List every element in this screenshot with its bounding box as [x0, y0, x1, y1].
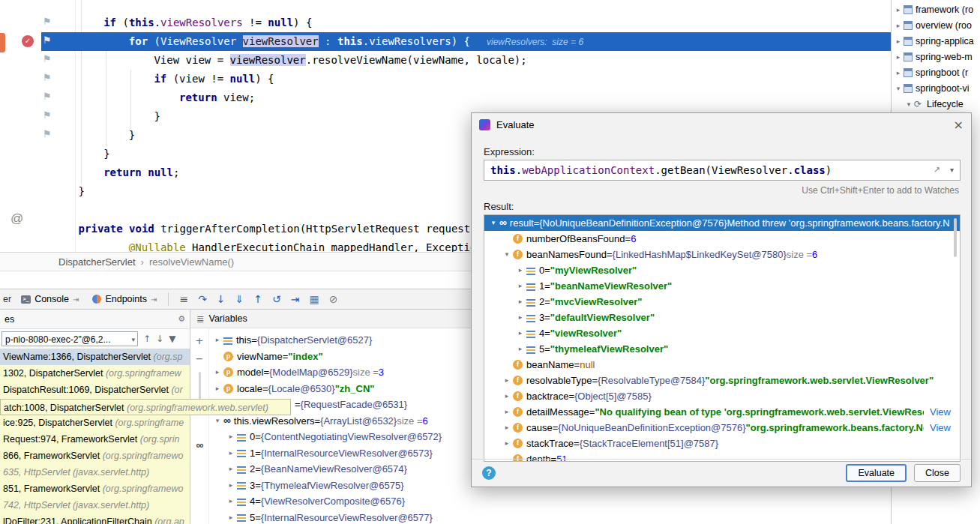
- layout-icon[interactable]: ≣: [196, 313, 204, 325]
- chevron-right-icon[interactable]: ▸: [501, 373, 513, 388]
- code-line[interactable]: if (this.viewResolvers != null) {: [41, 13, 891, 32]
- bookmark-flag-icon[interactable]: ⚑: [43, 16, 52, 27]
- remove-watch-button[interactable]: −: [190, 353, 208, 364]
- stack-frame-overlay[interactable]: atch:1008, DispatcherServlet (org.spring…: [0, 399, 291, 415]
- chevron-down-icon[interactable]: ▾: [487, 215, 499, 231]
- maven-item-springboot-vi[interactable]: ▾springboot-vi: [892, 80, 980, 96]
- chevron-down-icon[interactable]: ▾: [893, 85, 904, 92]
- view-breakpoints-icon[interactable]: ▦: [310, 293, 319, 305]
- chevron-right-icon[interactable]: ▸: [514, 325, 526, 341]
- chevron-right-icon[interactable]: ▸: [501, 436, 513, 451]
- view-link[interactable]: View: [924, 420, 951, 436]
- chevron-right-icon[interactable]: ▸: [514, 341, 526, 357]
- chevron-right-icon[interactable]: ▸: [225, 445, 237, 462]
- chevron-right-icon[interactable]: ▸: [514, 262, 526, 278]
- stack-frame-row[interactable]: DispatchResult:1069, DispatcherServlet (…: [0, 382, 190, 398]
- chevron-right-icon[interactable]: ▸: [225, 461, 237, 478]
- thread-selector[interactable]: p-nio-8080-exec-2"@6,2... ▾: [1, 331, 138, 346]
- evaluate-button[interactable]: Evaluate: [846, 464, 907, 482]
- maven-item-overview-roo[interactable]: ▸overview (roo: [892, 17, 980, 33]
- tab-console[interactable]: >_ Console ⇥: [14, 289, 85, 309]
- result-tree-row[interactable]: ▸3 = "defaultViewResolver": [484, 310, 960, 325]
- add-watch-button[interactable]: +: [190, 335, 208, 346]
- chevron-right-icon[interactable]: ▸: [514, 278, 526, 294]
- show-watches-icon[interactable]: oo: [190, 441, 208, 450]
- maven-item-spring-web-m[interactable]: ▸spring-web-m: [892, 49, 980, 64]
- result-tree-row[interactable]: fnumberOfBeansFound = 6: [484, 231, 960, 247]
- chevron-right-icon[interactable]: ▸: [501, 420, 513, 436]
- chevron-right-icon[interactable]: ▸: [225, 478, 237, 494]
- stack-frame-row[interactable]: ice:925, DispatcherServlet (org.springfr…: [0, 415, 190, 431]
- tab-endpoints[interactable]: Endpoints ⇥: [85, 289, 163, 309]
- bookmark-flag-icon[interactable]: ⚑: [43, 53, 52, 64]
- result-tree-row[interactable]: ▾ooresult = {NoUniqueBeanDefinitionExcep…: [484, 215, 960, 231]
- result-tree-row[interactable]: ▸fresolvableType = {ResolvableType@7584}…: [484, 373, 960, 388]
- result-tree-row[interactable]: ▸5 = "thymeleafViewResolver": [484, 341, 960, 357]
- chevron-right-icon[interactable]: ▸: [893, 69, 904, 76]
- stack-frame-row[interactable]: 742, HttpServlet (javax.servlet.http): [0, 497, 190, 514]
- drop-frame-icon[interactable]: ↺: [272, 293, 281, 305]
- breadcrumb-class[interactable]: DispatcherServlet: [58, 256, 136, 268]
- view-link[interactable]: View: [924, 404, 951, 420]
- settings-gear-icon[interactable]: ⚙: [178, 314, 185, 324]
- result-tree[interactable]: ▾ooresult = {NoUniqueBeanDefinitionExcep…: [484, 214, 961, 462]
- stack-frame-row[interactable]: Request:974, FrameworkServlet (org.sprin: [0, 431, 190, 448]
- clipped-tab-fragment[interactable]: er: [0, 294, 14, 304]
- code-line[interactable]: for (ViewResolver viewResolver : this.vi…: [41, 32, 891, 51]
- maven-item-framework-ro[interactable]: ▸framework (ro: [892, 1, 980, 17]
- chevron-right-icon[interactable]: ▸: [225, 493, 237, 510]
- breadcrumb-method[interactable]: resolveViewName(): [149, 256, 234, 268]
- bookmark-flag-icon[interactable]: ⚑: [43, 72, 52, 83]
- mute-breakpoints-icon[interactable]: ⊘: [329, 293, 338, 305]
- step-over-icon[interactable]: ↷: [198, 293, 207, 305]
- scrollbar-thumb[interactable]: [954, 218, 957, 257]
- code-line[interactable]: if (view != null) {: [41, 70, 891, 88]
- result-tree-row[interactable]: ▸fstackTrace = {StackTraceElement[51]@75…: [484, 436, 960, 451]
- code-line[interactable]: return view;: [41, 88, 891, 107]
- chevron-right-icon[interactable]: ▸: [501, 404, 513, 420]
- close-button[interactable]: Close: [914, 464, 961, 482]
- chevron-right-icon[interactable]: ▸: [225, 510, 237, 524]
- stack-frame-row[interactable]: 851, FrameworkServlet (org.springframewo: [0, 481, 190, 497]
- close-icon[interactable]: ×: [954, 118, 964, 132]
- chevron-right-icon[interactable]: ▸: [211, 364, 223, 381]
- expression-input[interactable]: this.webApplicationContext.getBean(ViewR…: [484, 160, 961, 181]
- force-step-into-icon[interactable]: ⇓: [235, 293, 244, 305]
- stack-frame-row[interactable]: lDoFilter:231, ApplicationFilterChain (o…: [0, 514, 190, 524]
- stack-frame-row[interactable]: 1302, DispatcherServlet (org.springframe…: [0, 365, 190, 382]
- result-tree-row[interactable]: ▸0 = "myViewResolver": [484, 262, 960, 278]
- bookmark-flag-icon[interactable]: ⚑: [43, 128, 52, 139]
- step-into-icon[interactable]: ↓: [217, 293, 226, 305]
- stack-frame-row[interactable]: 866, FrameworkServlet (org.springframewo: [0, 448, 190, 464]
- chevron-right-icon[interactable]: ▸: [893, 22, 904, 29]
- filter-frames-icon[interactable]: ▼: [169, 334, 175, 344]
- open-tab-icon[interactable]: ⇥: [151, 295, 157, 304]
- dialog-titlebar[interactable]: Evaluate: [472, 113, 971, 136]
- result-tree-row[interactable]: ▸fcause = {NoUniqueBeanDefinitionExcepti…: [484, 420, 960, 436]
- step-out-icon[interactable]: ↑: [253, 293, 262, 305]
- code-line[interactable]: View view = viewResolver.resolveViewName…: [41, 51, 891, 70]
- chevron-right-icon[interactable]: ▸: [211, 332, 223, 349]
- breakpoint-icon[interactable]: ✓: [22, 35, 34, 47]
- maven-item-springboot-r[interactable]: ▸springboot (r: [892, 64, 980, 80]
- maven-item-spring-applica[interactable]: ▸spring-applica: [892, 33, 980, 49]
- result-tree-row[interactable]: ▸fdetailMessage = "No qualifying bean of…: [484, 404, 960, 420]
- next-frame-icon[interactable]: ↓: [156, 334, 163, 344]
- open-tab-icon[interactable]: ⇥: [73, 295, 79, 304]
- stack-frame-row[interactable]: ViewName:1366, DispatcherServlet (org.sp: [0, 349, 190, 365]
- result-tree-row[interactable]: ▸4 = "viewResolver": [484, 325, 960, 341]
- chevron-right-icon[interactable]: ▸: [225, 429, 237, 445]
- chevron-down-icon[interactable]: ▾: [904, 100, 914, 108]
- result-tree-row[interactable]: fbeanName = null: [484, 357, 960, 373]
- chevron-right-icon[interactable]: ▸: [893, 53, 904, 61]
- variable-row[interactable]: ▸5 = {InternalResourceViewResolver@6577}: [208, 510, 891, 524]
- bookmark-flag-icon[interactable]: ⚑: [43, 109, 52, 121]
- settings-menu-icon[interactable]: ≡: [179, 293, 188, 305]
- maven-item-lifecycle[interactable]: ▾⟳Lifecycle: [892, 96, 980, 112]
- result-tree-row[interactable]: ▸2 = "mvcViewResolver": [484, 294, 960, 310]
- chevron-right-icon[interactable]: ▸: [514, 294, 526, 310]
- chevron-down-icon[interactable]: ▾: [501, 247, 513, 262]
- help-icon[interactable]: ?: [482, 466, 496, 480]
- expand-editor-icon[interactable]: ↗: [934, 160, 940, 180]
- bookmark-flag-icon[interactable]: ⚑: [43, 91, 52, 102]
